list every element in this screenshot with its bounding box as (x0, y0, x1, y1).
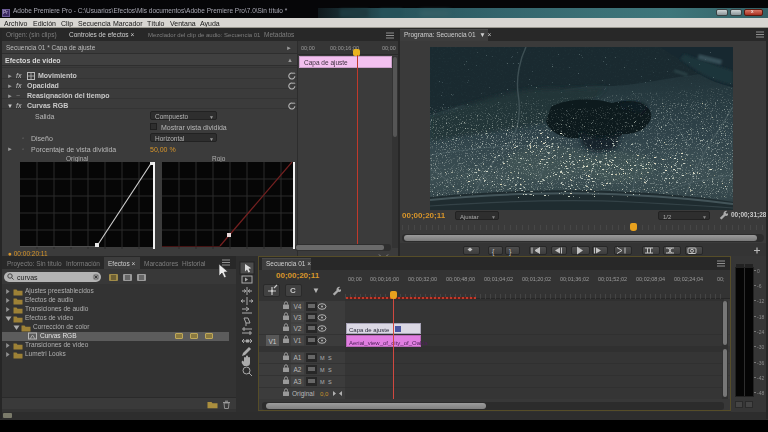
svg-text:Original: Original (292, 390, 315, 398)
svg-text:M: M (320, 367, 325, 373)
svg-text:S: S (328, 355, 332, 361)
svg-text:V2: V2 (294, 325, 302, 332)
svg-text:A2: A2 (294, 366, 302, 373)
svg-text:A3: A3 (294, 378, 302, 385)
svg-text:V3: V3 (294, 314, 302, 321)
svg-text:M: M (320, 379, 325, 385)
svg-text:V1: V1 (269, 338, 277, 345)
svg-text:S: S (328, 367, 332, 373)
svg-text:V1: V1 (294, 337, 302, 344)
svg-text:S: S (328, 379, 332, 385)
svg-text:A1: A1 (294, 354, 302, 361)
svg-text:V4: V4 (294, 303, 302, 310)
svg-text:M: M (320, 355, 325, 361)
svg-text:0,0: 0,0 (320, 391, 329, 397)
